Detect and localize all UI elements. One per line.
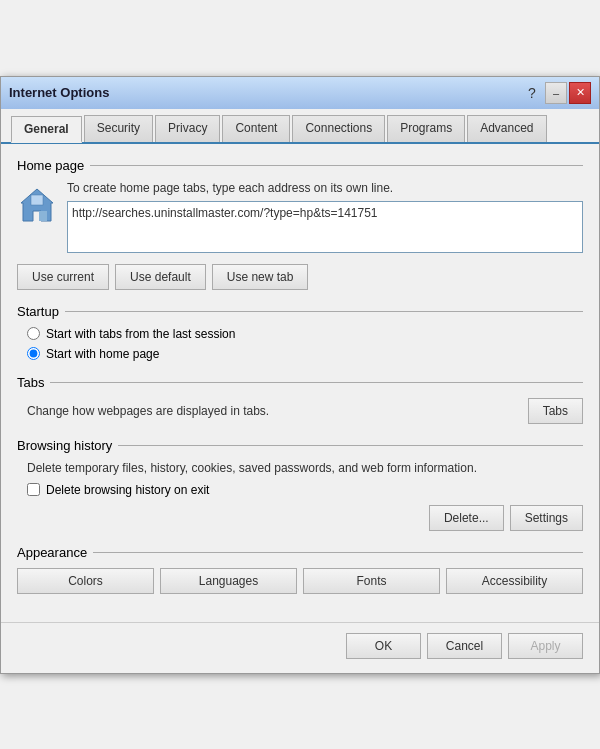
delete-button[interactable]: Delete... xyxy=(429,505,504,531)
delete-on-exit-row[interactable]: Delete browsing history on exit xyxy=(17,483,583,497)
bottom-bar: OK Cancel Apply xyxy=(1,622,599,673)
startup-radio2[interactable] xyxy=(27,347,40,360)
tabs-section: Tabs Change how webpages are displayed i… xyxy=(17,375,583,424)
homepage-url-input[interactable]: http://searches.uninstallmaster.com/?typ… xyxy=(67,201,583,253)
startup-option1[interactable]: Start with tabs from the last session xyxy=(27,327,583,341)
homepage-buttons: Use current Use default Use new tab xyxy=(17,264,583,290)
home-right: To create home page tabs, type each addr… xyxy=(67,181,583,256)
startup-option2-label: Start with home page xyxy=(46,347,159,361)
startup-option2[interactable]: Start with home page xyxy=(27,347,583,361)
minimize-button[interactable]: – xyxy=(545,82,567,104)
main-content: Home page To create home page tabs, type… xyxy=(1,144,599,618)
startup-title: Startup xyxy=(17,304,65,319)
tab-privacy[interactable]: Privacy xyxy=(155,115,220,142)
history-buttons: Delete... Settings xyxy=(17,505,583,531)
ok-button[interactable]: OK xyxy=(346,633,421,659)
use-new-tab-button[interactable]: Use new tab xyxy=(212,264,309,290)
tab-general[interactable]: General xyxy=(11,116,82,143)
accessibility-button[interactable]: Accessibility xyxy=(446,568,583,594)
tab-security[interactable]: Security xyxy=(84,115,153,142)
title-bar-left: Internet Options xyxy=(9,85,109,100)
fonts-button[interactable]: Fonts xyxy=(303,568,440,594)
browsing-history-header: Browsing history xyxy=(17,438,583,453)
startup-header: Startup xyxy=(17,304,583,319)
tab-advanced[interactable]: Advanced xyxy=(467,115,546,142)
title-bar-right: ? – ✕ xyxy=(521,82,591,104)
startup-section: Startup Start with tabs from the last se… xyxy=(17,304,583,361)
delete-on-exit-label: Delete browsing history on exit xyxy=(46,483,209,497)
tab-bar: General Security Privacy Content Connect… xyxy=(1,109,599,144)
tab-connections[interactable]: Connections xyxy=(292,115,385,142)
window-title: Internet Options xyxy=(9,85,109,100)
svg-rect-1 xyxy=(31,195,43,205)
browsing-history-title: Browsing history xyxy=(17,438,118,453)
tabs-row: Change how webpages are displayed in tab… xyxy=(17,398,583,424)
startup-radio-group: Start with tabs from the last session St… xyxy=(17,327,583,361)
appearance-header: Appearance xyxy=(17,545,583,560)
use-current-button[interactable]: Use current xyxy=(17,264,109,290)
internet-options-window: Internet Options ? – ✕ General Security … xyxy=(0,76,600,674)
cancel-button[interactable]: Cancel xyxy=(427,633,502,659)
home-icon xyxy=(17,185,57,225)
tab-programs[interactable]: Programs xyxy=(387,115,465,142)
tab-content[interactable]: Content xyxy=(222,115,290,142)
use-default-button[interactable]: Use default xyxy=(115,264,206,290)
browsing-history-desc: Delete temporary files, history, cookies… xyxy=(17,461,583,475)
help-button[interactable]: ? xyxy=(521,82,543,104)
apply-button[interactable]: Apply xyxy=(508,633,583,659)
svg-rect-2 xyxy=(39,211,47,221)
history-settings-button[interactable]: Settings xyxy=(510,505,583,531)
tabs-title: Tabs xyxy=(17,375,50,390)
homepage-section: Home page To create home page tabs, type… xyxy=(17,158,583,290)
tabs-header: Tabs xyxy=(17,375,583,390)
languages-button[interactable]: Languages xyxy=(160,568,297,594)
colors-button[interactable]: Colors xyxy=(17,568,154,594)
tabs-divider xyxy=(50,382,583,383)
startup-option1-label: Start with tabs from the last session xyxy=(46,327,235,341)
homepage-inner: To create home page tabs, type each addr… xyxy=(17,181,583,256)
appearance-title: Appearance xyxy=(17,545,93,560)
title-bar: Internet Options ? – ✕ xyxy=(1,77,599,109)
delete-on-exit-checkbox[interactable] xyxy=(27,483,40,496)
appearance-section: Appearance Colors Languages Fonts Access… xyxy=(17,545,583,594)
homepage-header: Home page xyxy=(17,158,583,173)
homepage-divider xyxy=(90,165,583,166)
appearance-buttons: Colors Languages Fonts Accessibility xyxy=(17,568,583,594)
browsing-history-section: Browsing history Delete temporary files,… xyxy=(17,438,583,531)
startup-divider xyxy=(65,311,583,312)
tabs-desc: Change how webpages are displayed in tab… xyxy=(27,404,269,418)
startup-radio1[interactable] xyxy=(27,327,40,340)
browsing-history-divider xyxy=(118,445,583,446)
homepage-title: Home page xyxy=(17,158,90,173)
appearance-divider xyxy=(93,552,583,553)
tabs-button[interactable]: Tabs xyxy=(528,398,583,424)
homepage-desc: To create home page tabs, type each addr… xyxy=(67,181,583,195)
close-button[interactable]: ✕ xyxy=(569,82,591,104)
